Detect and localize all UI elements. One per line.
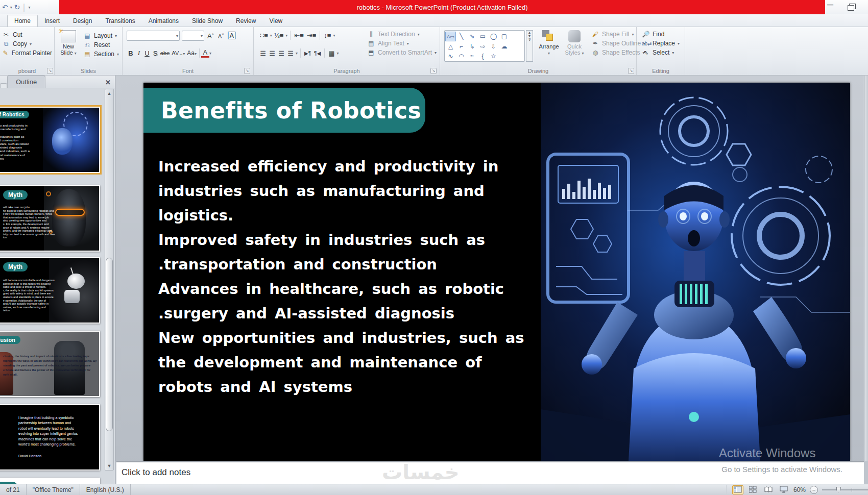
ltr-direction-button[interactable]: ▶¶ <box>303 50 312 57</box>
clear-formatting-button[interactable]: 🄰 <box>227 31 236 40</box>
theme-cell[interactable]: "Office Theme" <box>27 484 80 495</box>
zoom-slider[interactable] <box>822 489 868 490</box>
shape-rectangle-icon[interactable]: ▭ <box>477 31 488 41</box>
zoom-slider-thumb[interactable] <box>836 487 841 493</box>
drawing-dialog-launcher-icon[interactable]: ↘ <box>628 68 634 74</box>
normal-view-button[interactable] <box>732 485 743 494</box>
slide-sorter-view-button[interactable] <box>748 485 759 494</box>
change-case-button[interactable]: Aa▾ <box>186 49 198 57</box>
shape-curve-icon[interactable]: ≈ <box>467 51 477 61</box>
justify-button[interactable]: ☰ <box>286 49 295 58</box>
shape-triangle-icon[interactable]: △ <box>445 41 456 51</box>
slide-number-cell[interactable]: of 21 <box>0 484 27 495</box>
tab-insert[interactable]: Insert <box>38 15 66 27</box>
columns-button[interactable]: ▦ <box>327 49 335 58</box>
shape-elbow-arrow-icon[interactable]: ↳ <box>467 41 477 51</box>
arrange-button[interactable]: Arrange▾ <box>537 29 561 56</box>
select-button[interactable]: ⇖Select▾ <box>640 48 682 57</box>
scroll-down-icon[interactable]: ▼ <box>105 463 113 468</box>
line-spacing-button[interactable]: ↕≡ <box>323 31 332 40</box>
new-slide-button[interactable]: ✳ New Slide ▾ <box>57 29 80 56</box>
notes-placeholder[interactable]: Click to add notes <box>122 467 190 478</box>
thumbnail-slide-myth2[interactable]: Myth will become uncontrollable and dang… <box>0 257 100 324</box>
shape-brace-icon[interactable]: { <box>477 51 488 61</box>
panel-scroll-thumb[interactable] <box>106 258 113 431</box>
tab-slides-partial[interactable] <box>0 83 7 88</box>
thumbnail-slide-conclusion[interactable]: onclusion clusion, the history and impac… <box>0 331 100 397</box>
text-direction-button[interactable]: ⫼Text Direction▾ <box>365 30 439 39</box>
language-cell[interactable]: English (U.S.) <box>80 484 131 495</box>
slide-body-text[interactable]: Increased efficiency and productivity in… <box>158 154 551 399</box>
cut-button[interactable]: ✂Cut <box>0 30 54 39</box>
replace-button[interactable]: ab⇄Replace▾ <box>640 39 682 48</box>
character-spacing-button[interactable]: AV↔▾ <box>171 50 186 57</box>
slide-canvas[interactable]: Benefits of Robotics Increased efficienc… <box>143 83 850 461</box>
notes-pane[interactable]: Click to add notes خمسات Go to Settings … <box>116 461 864 484</box>
tab-outline[interactable]: Outline <box>7 76 45 88</box>
grow-font-button[interactable]: A˄ <box>206 32 215 40</box>
zoom-level-label[interactable]: 60% <box>793 486 806 493</box>
minimize-button[interactable]: — <box>827 1 833 8</box>
align-right-button[interactable]: ☰ <box>277 49 285 58</box>
thumbnail-slide-quote[interactable]: I imagine that building a symbiotic part… <box>0 404 100 471</box>
shape-rounded-rectangle-icon[interactable]: ▢ <box>499 31 510 41</box>
find-button[interactable]: 🔎Find <box>640 30 682 39</box>
copy-button[interactable]: ⧉Copy▾ <box>0 39 54 48</box>
slide-title-banner[interactable]: Benefits of Robotics <box>143 88 425 133</box>
reading-view-button[interactable] <box>763 485 774 494</box>
italic-button[interactable]: I <box>135 48 143 58</box>
font-color-button[interactable]: A <box>201 49 209 58</box>
font-dialog-launcher-icon[interactable]: ↘ <box>244 68 250 74</box>
bold-button[interactable]: B <box>127 49 135 58</box>
title-bar-red-band[interactable]: robotics - Microsoft PowerPoint (Product… <box>59 0 825 14</box>
shape-line-icon[interactable]: ╲ <box>456 31 467 41</box>
tab-transitions[interactable]: Transitions <box>99 15 141 27</box>
clipboard-dialog-launcher-icon[interactable]: ↘ <box>47 68 53 74</box>
tab-animations[interactable]: Animations <box>142 15 185 27</box>
underline-button[interactable]: U <box>143 49 151 58</box>
section-button[interactable]: ▤Section▾ <box>81 50 121 59</box>
convert-smartart-button[interactable]: ⬒Convert to SmartArt▾ <box>365 48 439 57</box>
panel-scrollbar[interactable]: ▲ ▼ <box>105 89 114 471</box>
quick-styles-button[interactable]: Quick Styles ▾ <box>563 29 586 56</box>
numbering-button[interactable]: ⅓≡ <box>273 31 284 40</box>
decrease-indent-button[interactable]: ⇤≡ <box>293 31 304 40</box>
shape-cloud-icon[interactable]: ☁ <box>499 41 510 51</box>
tab-slideshow[interactable]: Slide Show <box>185 15 229 27</box>
undo-dropdown-icon[interactable]: ▾ <box>10 5 12 10</box>
undo-icon[interactable]: ↶ <box>2 3 8 11</box>
slide-show-button[interactable] <box>778 485 789 494</box>
shape-star-icon[interactable]: ☆ <box>488 51 499 61</box>
scroll-up-icon[interactable]: ▲ <box>105 91 113 96</box>
increase-indent-button[interactable]: ⇥≡ <box>306 31 317 40</box>
rtl-direction-button[interactable]: ¶◀ <box>313 50 322 57</box>
font-name-combobox[interactable]: ▾ <box>127 31 180 41</box>
tab-home[interactable]: Home <box>7 15 38 27</box>
shape-right-arrow-icon[interactable]: ⇨ <box>477 41 488 51</box>
layout-button[interactable]: ▤Layout▾ <box>81 31 121 40</box>
shape-arc-icon[interactable]: ◠ <box>456 51 467 61</box>
shape-oval-icon[interactable]: ◯ <box>488 31 499 41</box>
format-painter-button[interactable]: ✎Format Painter <box>0 48 54 58</box>
tab-design[interactable]: Design <box>66 15 99 27</box>
shape-textbox-icon[interactable]: A▭ <box>445 32 456 41</box>
tab-view[interactable]: View <box>262 15 289 27</box>
tab-review[interactable]: Review <box>229 15 262 27</box>
align-left-button[interactable]: ☰ <box>259 49 267 58</box>
restore-button[interactable] <box>848 5 854 11</box>
thumbnail-slide-benefits[interactable]: its of Robotics ed efficiency and produc… <box>0 107 100 173</box>
shrink-font-button[interactable]: A˅ <box>217 32 225 40</box>
shape-arrow-icon[interactable]: ⇘ <box>467 31 477 41</box>
shape-elbow-icon[interactable]: ⌐ <box>456 41 467 51</box>
shapes-scrollbar[interactable]: ▲▼⊽ <box>526 30 533 62</box>
paragraph-dialog-launcher-icon[interactable]: ↘ <box>430 68 437 74</box>
main-vertical-scrollbar[interactable] <box>864 76 868 461</box>
reset-button[interactable]: ⎌Reset <box>81 40 121 50</box>
align-center-button[interactable]: ☰ <box>268 49 276 58</box>
qat-customize-icon[interactable]: ▾ <box>29 5 31 10</box>
strikethrough-button[interactable]: abe <box>159 50 171 57</box>
font-size-combobox[interactable]: ▾ <box>182 31 204 41</box>
zoom-out-button[interactable]: − <box>810 486 818 494</box>
text-shadow-button[interactable]: S <box>151 49 159 58</box>
shape-down-arrow-icon[interactable]: ⇩ <box>488 41 499 51</box>
